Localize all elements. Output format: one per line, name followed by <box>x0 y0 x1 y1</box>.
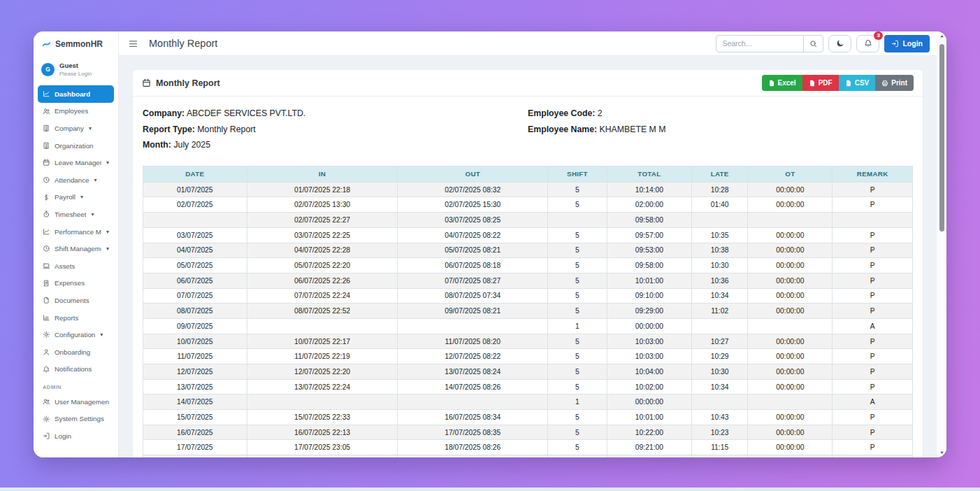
table-cell: 09:58:00 <box>607 213 691 228</box>
sidebar-item-employees[interactable]: Employees <box>38 103 114 120</box>
table-cell: 04/07/2025 08:22 <box>398 227 548 243</box>
sidebar-item-label: Configuration <box>55 331 95 339</box>
sidebar-item-configuration[interactable]: Configuration▾ <box>38 326 114 343</box>
table-cell: 16/07/2025 <box>143 425 247 440</box>
sidebar-item-organization[interactable]: Organization <box>38 137 114 155</box>
company-line: Company: ABCDEF SERVICES PVT.LTD. <box>143 108 528 120</box>
sidebar-item-expenses[interactable]: Expenses <box>38 275 114 292</box>
sidebar-item-system-settings[interactable]: System Settings <box>38 411 114 428</box>
print-export-button[interactable]: Print <box>875 75 914 91</box>
building-icon <box>43 142 50 150</box>
table-cell <box>247 394 398 410</box>
table-row: 08/07/202508/07/2025 22:5209/07/2025 08:… <box>143 304 913 319</box>
sidebar-item-label: Company <box>55 124 84 132</box>
sidebar-item-dashboard[interactable]: Dashboard <box>38 85 114 103</box>
table-row: 10/07/202510/07/2025 22:1711/07/2025 08:… <box>143 334 913 349</box>
report-type-value: Monthly Report <box>197 124 255 134</box>
table-cell: P <box>833 455 913 457</box>
sidebar-item-assets[interactable]: Assets <box>38 257 114 275</box>
sidebar-item-reports[interactable]: Reports <box>38 309 114 327</box>
table-row: 16/07/202516/07/2025 22:1317/07/2025 08:… <box>143 425 913 440</box>
search-input[interactable] <box>716 35 804 52</box>
sidebar-item-timesheet[interactable]: Timesheet▾ <box>38 206 114 223</box>
table-cell: 06/07/2025 22:26 <box>247 273 398 288</box>
table-cell: 00:00:00 <box>748 243 833 258</box>
table-cell: 05/07/2025 22:20 <box>247 258 398 273</box>
table-cell: 09:57:00 <box>607 227 691 243</box>
month-value: July 2025 <box>173 140 210 150</box>
table-cell: A <box>833 318 913 334</box>
sidebar-item-label: Onboarding <box>55 348 90 356</box>
table-cell: P <box>833 349 913 364</box>
notifications-button[interactable]: 3 <box>856 35 879 52</box>
table-cell: 5 <box>548 243 607 258</box>
theme-toggle-button[interactable] <box>828 35 851 52</box>
user-name: Guest <box>59 62 92 69</box>
sidebar-item-company[interactable]: Company▾ <box>38 120 114 137</box>
table-cell: 08/07/2025 22:52 <box>247 304 398 319</box>
person-icon <box>43 348 50 356</box>
scroll-up-icon[interactable] <box>939 34 945 40</box>
app-window: SemmonHR G Guest Please Login DashboardE… <box>34 31 946 457</box>
table-cell: 00:00:00 <box>748 182 833 197</box>
column-header-total: TOTAL <box>607 166 691 182</box>
sidebar-item-payroll[interactable]: Payroll▾ <box>38 189 114 206</box>
export-button-group: ExcelPDFCSVPrint <box>762 75 914 91</box>
excel-export-button[interactable]: Excel <box>762 75 802 91</box>
table-cell: 05/07/2025 <box>143 258 247 273</box>
sidebar-item-onboarding[interactable]: Onboarding <box>38 343 114 361</box>
sidebar-item-notifications[interactable]: Notifications <box>38 361 114 378</box>
report-card: Monthly Report ExcelPDFCSVPrint Company:… <box>133 70 923 457</box>
table-cell: 5 <box>548 349 607 364</box>
table-cell <box>247 318 398 334</box>
column-header-date: DATE <box>143 166 247 182</box>
scrollbar[interactable] <box>937 31 946 457</box>
export-button-label: Print <box>891 79 907 87</box>
content-area: Monthly Report ExcelPDFCSVPrint Company:… <box>119 56 937 457</box>
table-cell: 5 <box>548 455 607 457</box>
table-cell: 00:00:00 <box>607 318 691 334</box>
desktop-background: { "colors": { "accent_blue": "#1787d8", … <box>0 0 980 491</box>
table-cell: 00:00:00 <box>748 304 833 319</box>
column-header-ot: OT <box>748 166 833 182</box>
sidebar-item-performance-man[interactable]: Performance Man...▾ <box>38 223 114 241</box>
table-cell: P <box>833 410 913 425</box>
menu-toggle-button[interactable] <box>128 38 138 49</box>
table-cell: 10:34 <box>691 379 747 394</box>
chevron-down-icon: ▾ <box>89 125 92 131</box>
sidebar-item-documents[interactable]: Documents <box>38 292 114 309</box>
table-cell: 18/07/2025 08:26 <box>398 440 548 455</box>
table-cell: 17/07/2025 23:05 <box>247 440 398 455</box>
login-button[interactable]: Login <box>884 35 930 52</box>
search-button[interactable] <box>803 35 823 52</box>
table-cell: P <box>833 364 913 380</box>
scrollbar-thumb[interactable] <box>939 44 944 232</box>
calendar-icon <box>43 159 50 166</box>
table-cell: 10:04:00 <box>607 364 691 380</box>
sidebar-item-label: Organization <box>55 142 94 150</box>
table-cell: 00:00:00 <box>748 410 833 425</box>
main-area: Monthly Report 3 Login <box>119 31 937 457</box>
table-cell <box>833 213 913 228</box>
sidebar-item-attendance[interactable]: Attendance▾ <box>38 171 114 189</box>
table-cell: 04/07/2025 <box>143 243 247 258</box>
user-card[interactable]: G Guest Please Login <box>34 57 118 85</box>
sidebar-item-leave-management[interactable]: Leave Management▾ <box>38 154 114 171</box>
table-cell: 09:29:00 <box>607 304 691 319</box>
table-cell: 03/07/2025 08:25 <box>398 213 548 228</box>
sidebar-item-user-management[interactable]: User Management <box>38 393 114 411</box>
table-row: 02/07/202502/07/2025 13:3002/07/2025 15:… <box>143 197 913 213</box>
table-row: 04/07/202504/07/2025 22:2805/07/2025 08:… <box>143 243 913 258</box>
sidebar-item-login[interactable]: Login <box>38 427 114 445</box>
sidebar-item-shift-management[interactable]: Shift Management▾ <box>38 240 114 257</box>
table-cell: 10:02:00 <box>607 379 691 394</box>
export-button-label: CSV <box>855 79 870 87</box>
file-solid-icon <box>845 80 852 87</box>
pdf-export-button[interactable]: PDF <box>802 75 839 91</box>
csv-export-button[interactable]: CSV <box>839 75 876 91</box>
table-cell: 00:00:00 <box>748 379 833 394</box>
company-value: ABCDEF SERVICES PVT.LTD. <box>187 108 305 118</box>
employee-name-label: Employee Name: <box>528 124 597 134</box>
scroll-down-icon[interactable] <box>939 449 945 455</box>
topbar-controls: 3 Login <box>716 35 930 52</box>
